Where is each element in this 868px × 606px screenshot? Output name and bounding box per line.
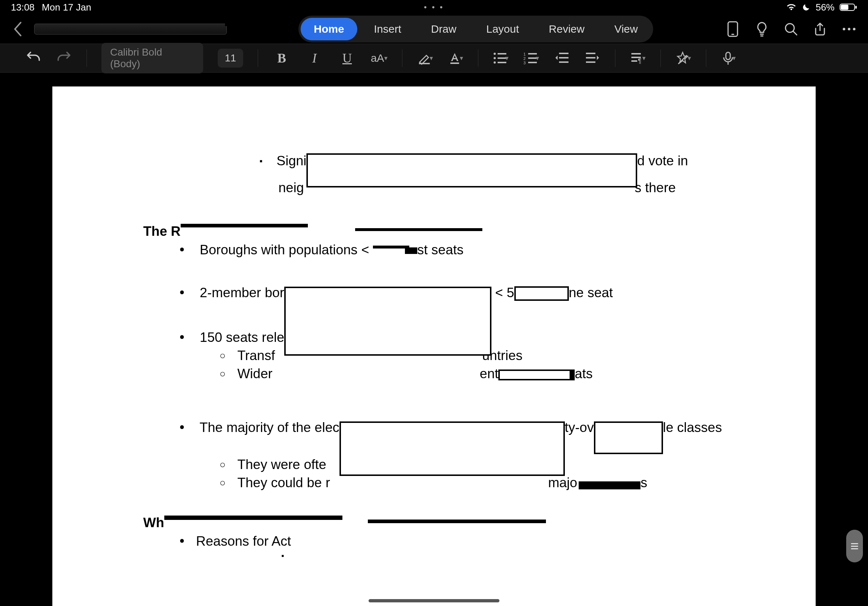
doc-text: st seats: [417, 242, 464, 257]
home-indicator[interactable]: [369, 599, 499, 602]
svg-text:2: 2: [524, 56, 525, 61]
svg-rect-1: [841, 5, 848, 10]
svg-point-16: [494, 57, 496, 59]
styles-button[interactable]: ▾: [675, 50, 691, 66]
doc-text: s there: [635, 180, 676, 195]
document-title-field[interactable]: [34, 24, 227, 34]
tab-home[interactable]: Home: [301, 18, 357, 40]
doc-text: majo: [548, 475, 577, 490]
doc-text: ats: [575, 366, 592, 381]
doc-text: neig: [278, 180, 304, 195]
tell-me-bulb-icon[interactable]: [754, 21, 770, 37]
svg-rect-26: [559, 53, 569, 54]
svg-rect-13: [450, 62, 459, 64]
doc-text: They could be r: [237, 475, 330, 490]
doc-text: d vote in: [637, 153, 688, 168]
svg-rect-27: [559, 57, 569, 59]
dictate-button[interactable]: ▾: [721, 50, 737, 66]
title-bar: Home Insert Draw Layout Review View: [0, 14, 868, 43]
svg-rect-12: [419, 63, 429, 64]
search-icon[interactable]: [783, 21, 799, 37]
underline-button[interactable]: U: [338, 51, 356, 66]
bold-button[interactable]: B: [273, 51, 291, 66]
page-1[interactable]: Signid vote in neigs there The R Borough…: [52, 87, 816, 606]
text-cursor: ▪: [281, 550, 868, 561]
doc-text: Boroughs with populations <: [200, 242, 373, 257]
svg-rect-2: [855, 6, 857, 9]
doc-text: Reasons for Act: [196, 534, 291, 549]
doc-text: Wider: [237, 366, 276, 381]
svg-rect-29: [586, 53, 595, 54]
dnd-moon-icon: [802, 3, 811, 12]
svg-rect-30: [586, 57, 595, 59]
mobile-view-icon[interactable]: [725, 21, 741, 37]
tab-view[interactable]: View: [601, 18, 651, 40]
more-icon[interactable]: [841, 21, 857, 37]
svg-text:3: 3: [524, 61, 525, 64]
doc-text: 150 seats relea: [200, 330, 292, 345]
doc-text: The majority of the elec: [200, 420, 339, 435]
ribbon-tabs: Home Insert Draw Layout Review View: [298, 15, 653, 43]
doc-text: ty-ov: [565, 420, 594, 435]
svg-rect-4: [731, 34, 734, 35]
svg-text:¶: ¶: [638, 57, 642, 65]
doc-text: They were ofte: [237, 457, 326, 472]
tab-layout[interactable]: Layout: [473, 18, 532, 40]
paragraph-marks-button[interactable]: ¶▾: [630, 50, 646, 66]
status-date: Mon 17 Jan: [42, 2, 91, 13]
italic-button[interactable]: I: [305, 51, 324, 66]
status-time: 13:08: [11, 2, 34, 13]
doc-text: < 5: [491, 285, 514, 300]
svg-point-9: [843, 28, 845, 31]
doc-text: Transf: [237, 348, 275, 363]
text-effects-button[interactable]: aA▾: [371, 52, 388, 64]
doc-text: ne seat: [569, 285, 613, 300]
tab-draw[interactable]: Draw: [418, 18, 470, 40]
back-button[interactable]: [11, 21, 25, 37]
wifi-icon: [786, 3, 797, 12]
redo-button[interactable]: [56, 49, 72, 68]
svg-point-18: [494, 62, 496, 63]
tab-insert[interactable]: Insert: [361, 18, 414, 40]
share-icon[interactable]: [812, 21, 828, 37]
battery-icon: [840, 3, 857, 12]
svg-rect-28: [559, 62, 569, 63]
doc-text: 2-member bor: [200, 285, 284, 300]
tab-review[interactable]: Review: [536, 18, 598, 40]
doc-text: Signi: [277, 153, 307, 168]
scroll-handle[interactable]: [846, 530, 863, 563]
doc-text: ent: [480, 366, 498, 381]
home-ribbon: Calibri Bold (Body) 11 B I U aA▾ ▾ ▾ ▾ 1…: [0, 43, 868, 73]
doc-text: The R: [143, 224, 181, 239]
svg-point-10: [848, 28, 851, 31]
svg-text:1: 1: [524, 52, 525, 56]
numbering-button[interactable]: 123▾: [524, 50, 539, 66]
doc-text: Wh: [143, 515, 164, 530]
doc-text: s: [640, 475, 647, 490]
decrease-indent-button[interactable]: [554, 50, 570, 66]
font-name-select[interactable]: Calibri Bold (Body): [101, 43, 203, 73]
undo-button[interactable]: [25, 49, 42, 68]
increase-indent-button[interactable]: [584, 50, 600, 66]
svg-rect-32: [631, 53, 641, 54]
multitask-dots[interactable]: • • •: [424, 3, 444, 12]
svg-rect-34: [631, 60, 637, 62]
status-bar: 13:08 Mon 17 Jan • • • 56%: [0, 0, 868, 14]
bullets-button[interactable]: ▾: [493, 50, 509, 66]
svg-point-11: [853, 28, 856, 31]
battery-percent: 56%: [816, 2, 835, 13]
highlight-color-button[interactable]: ▾: [417, 50, 433, 66]
svg-rect-36: [726, 52, 730, 60]
svg-point-14: [494, 53, 496, 55]
svg-line-8: [793, 31, 797, 35]
doc-text: le classes: [663, 420, 722, 435]
font-size-select[interactable]: 11: [218, 49, 243, 68]
document-area[interactable]: Signid vote in neigs there The R Borough…: [0, 87, 868, 606]
svg-rect-31: [586, 62, 595, 63]
font-color-button[interactable]: ▾: [448, 50, 463, 66]
